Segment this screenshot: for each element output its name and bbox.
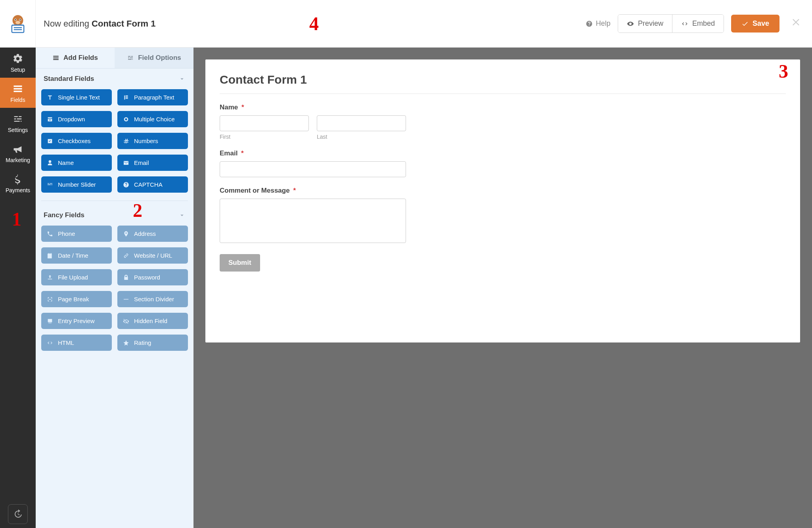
- fields-panel: Add Fields Field Options Standard Fields…: [36, 48, 193, 528]
- form-preview-card: Contact Form 1 Name * First Last: [205, 59, 800, 342]
- first-sublabel: First: [220, 134, 309, 140]
- nav-settings[interactable]: Settings: [0, 108, 36, 138]
- last-name-input[interactable]: [317, 115, 406, 131]
- topbar: Now editing Contact Form 1 4 Help Previe…: [0, 0, 812, 48]
- chevron-down-icon: [178, 212, 186, 219]
- help-icon: [123, 182, 129, 188]
- left-nav: Setup Fields Settings Marketing Payments…: [0, 48, 36, 528]
- preview-button[interactable]: Preview: [618, 15, 672, 33]
- field-entry-preview[interactable]: Entry Preview: [41, 313, 112, 329]
- nav-payments[interactable]: Payments: [0, 168, 36, 198]
- field-captcha[interactable]: CAPTCHA: [117, 176, 188, 193]
- tab-field-options[interactable]: Field Options: [115, 48, 193, 68]
- gear-icon: [12, 53, 23, 64]
- nav-payments-label: Payments: [6, 187, 30, 193]
- submit-button[interactable]: Submit: [220, 254, 260, 272]
- form-field-comment[interactable]: Comment or Message *: [220, 187, 786, 245]
- tab-add-fields[interactable]: Add Fields: [36, 48, 115, 68]
- first-name-input[interactable]: [220, 115, 309, 131]
- help-icon: [586, 20, 593, 27]
- field-section-divider[interactable]: Section Divider: [117, 291, 188, 307]
- pagebreak-icon: [47, 296, 53, 302]
- nav-fields[interactable]: Fields: [0, 78, 36, 108]
- bullhorn-icon: [12, 143, 23, 155]
- field-address[interactable]: Address: [117, 226, 188, 242]
- checkbox-icon: [47, 138, 53, 144]
- grid-icon: [52, 54, 59, 61]
- annotation-1: 1: [12, 208, 21, 230]
- help-link[interactable]: Help: [586, 19, 611, 28]
- editing-prefix: Now editing: [44, 19, 92, 29]
- list-icon: [12, 83, 23, 94]
- required-marker: *: [293, 187, 296, 194]
- close-icon: [791, 17, 802, 27]
- annotation-4: 4: [309, 13, 319, 34]
- field-single-line-text[interactable]: Single Line Text: [41, 89, 112, 105]
- upload-icon: [47, 274, 53, 281]
- field-html[interactable]: HTML: [41, 335, 112, 351]
- hash-icon: [123, 138, 129, 144]
- close-button[interactable]: [787, 17, 804, 30]
- svg-point-3: [15, 19, 16, 20]
- field-phone[interactable]: Phone: [41, 226, 112, 242]
- save-label: Save: [753, 19, 769, 28]
- comment-textarea[interactable]: [220, 199, 406, 243]
- editing-form-name: Contact Form 1: [92, 19, 155, 29]
- field-checkboxes[interactable]: Checkboxes: [41, 133, 112, 149]
- code-icon: [681, 20, 688, 27]
- field-email[interactable]: Email: [117, 155, 188, 171]
- field-date-time[interactable]: Date / Time: [41, 247, 112, 264]
- main-area: Setup Fields Settings Marketing Payments…: [0, 48, 812, 528]
- field-name[interactable]: Name: [41, 155, 112, 171]
- preview-embed-group: Preview Embed: [618, 14, 724, 33]
- field-rating[interactable]: Rating: [117, 335, 188, 351]
- field-numbers[interactable]: Numbers: [117, 133, 188, 149]
- field-password[interactable]: Password: [117, 269, 188, 285]
- divider-icon: [123, 296, 129, 302]
- form-field-name[interactable]: Name * First Last: [220, 103, 786, 140]
- field-file-upload[interactable]: File Upload: [41, 269, 112, 285]
- slider-icon: [47, 182, 53, 188]
- field-website-url[interactable]: Website / URL: [117, 247, 188, 264]
- svg-rect-6: [11, 25, 23, 33]
- svg-point-4: [19, 19, 21, 20]
- hidden-icon: [123, 318, 129, 324]
- eye-icon: [627, 20, 634, 27]
- required-marker: *: [241, 103, 244, 111]
- save-button[interactable]: Save: [731, 15, 779, 33]
- star-icon: [123, 340, 129, 346]
- field-hidden-field[interactable]: Hidden Field: [117, 313, 188, 329]
- section-standard-label: Standard Fields: [44, 75, 94, 83]
- form-field-email[interactable]: Email *: [220, 149, 786, 177]
- email-input[interactable]: [220, 161, 406, 177]
- svg-point-0: [12, 15, 23, 26]
- embed-button[interactable]: Embed: [672, 15, 724, 33]
- section-divider: [41, 201, 188, 201]
- nav-marketing[interactable]: Marketing: [0, 138, 36, 168]
- sliders-icon: [12, 113, 23, 124]
- field-page-break[interactable]: Page Break: [41, 291, 112, 307]
- nav-settings-label: Settings: [8, 127, 28, 133]
- chevron-down-icon: [178, 75, 186, 82]
- field-number-slider[interactable]: Number Slider: [41, 176, 112, 193]
- text-icon: [47, 94, 53, 101]
- app-logo: [0, 0, 36, 47]
- radio-icon: [123, 116, 129, 122]
- field-paragraph-text[interactable]: Paragraph Text: [117, 89, 188, 105]
- field-multiple-choice[interactable]: Multiple Choice: [117, 111, 188, 127]
- history-button[interactable]: [8, 504, 28, 524]
- preview-label: Preview: [638, 19, 663, 28]
- tab-options-label: Field Options: [138, 54, 181, 62]
- section-fancy-label: Fancy Fields: [44, 211, 84, 219]
- section-standard-header[interactable]: Standard Fields: [36, 69, 193, 89]
- svg-rect-8: [13, 29, 21, 30]
- nav-fields-label: Fields: [10, 97, 25, 103]
- editing-label: Now editing Contact Form 1: [44, 19, 155, 29]
- svg-point-5: [15, 21, 20, 24]
- nav-setup[interactable]: Setup: [0, 48, 36, 78]
- field-dropdown[interactable]: Dropdown: [41, 111, 112, 127]
- section-fancy-header[interactable]: Fancy Fields 2: [36, 205, 193, 226]
- check-icon: [741, 20, 749, 27]
- sliders-icon: [127, 54, 134, 61]
- last-sublabel: Last: [317, 134, 406, 140]
